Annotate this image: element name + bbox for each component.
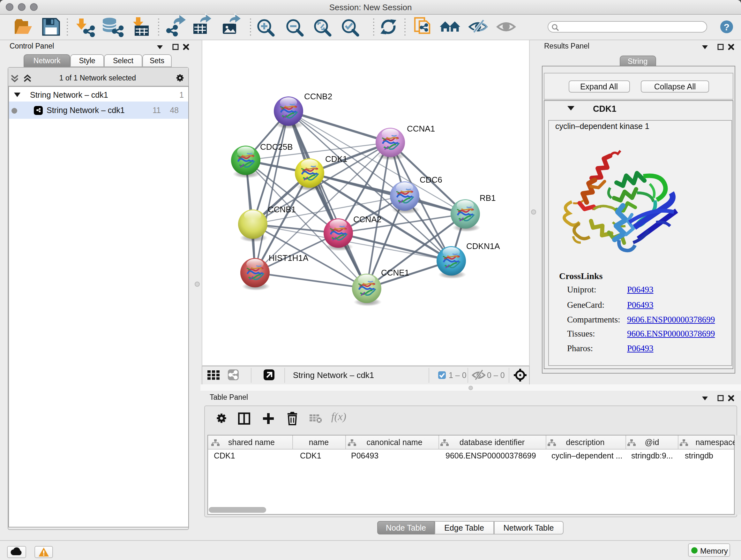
svg-text:?: ? — [724, 22, 730, 32]
svg-text:CCNB1: CCNB1 — [267, 205, 295, 214]
svg-text:RB1: RB1 — [479, 193, 495, 203]
svg-text:CCNB2: CCNB2 — [304, 91, 332, 101]
svg-text:CCNA1: CCNA1 — [407, 124, 434, 133]
svg-text:CDKN1A: CDKN1A — [466, 241, 500, 251]
svg-text:CCNE1: CCNE1 — [381, 268, 409, 277]
svg-text:CDC6: CDC6 — [419, 175, 442, 185]
svg-text:CDC25B: CDC25B — [260, 142, 293, 152]
svg-text:CCNA2: CCNA2 — [353, 214, 381, 224]
svg-text:HIST1H1A: HIST1H1A — [268, 253, 308, 263]
svg-text:CDK1: CDK1 — [325, 154, 347, 164]
